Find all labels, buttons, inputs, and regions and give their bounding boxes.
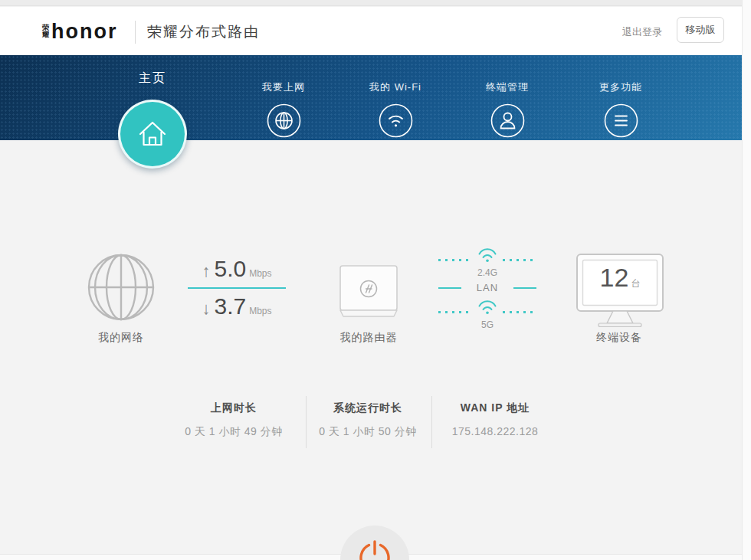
stat-system-uptime-value: 0 天 1 小时 50 分钟 <box>303 425 433 439</box>
network-globe-icon <box>87 253 156 322</box>
upload-arrow-icon: ↑ <box>202 261 210 281</box>
nav-item-home-label: 主页 <box>103 70 202 87</box>
stat-system-uptime: 系统运行时长 0 天 1 小时 50 分钟 <box>303 401 433 439</box>
page-title: 荣耀分布式路由 <box>147 22 260 42</box>
link-lan-line-left <box>438 287 461 289</box>
link-24g-label: 2.4G <box>464 267 510 278</box>
devices-label: 终端设备 <box>566 331 673 345</box>
stat-system-uptime-label: 系统运行时长 <box>303 401 433 415</box>
main-nav: 主页 我要上网 我的 Wi-Fi <box>0 55 751 140</box>
stat-online-duration: 上网时长 0 天 1 小时 49 分钟 <box>169 401 299 439</box>
menu-icon <box>604 103 638 138</box>
header-bar: 荣 耀 honor 荣耀分布式路由 退出登录 移动版 <box>0 7 751 55</box>
device-count-unit: 台 <box>631 278 640 289</box>
device-count: 12台 <box>577 263 663 293</box>
link-lan-label: LAN <box>464 282 510 293</box>
upload-value: 5.0 <box>214 256 246 282</box>
nav-item-internet-label: 我要上网 <box>234 80 333 94</box>
honor-logo-wordmark: honor <box>51 18 117 44</box>
nav-item-devices-label: 终端管理 <box>457 80 557 94</box>
link-24g-dots-left <box>438 259 473 261</box>
wifi-5g-icon <box>476 299 499 316</box>
link-24g-dots-right <box>503 259 537 261</box>
honor-logo: 荣 耀 honor <box>42 18 117 45</box>
download-arrow-icon: ↓ <box>202 299 210 319</box>
network-label: 我的网络 <box>67 331 175 345</box>
router-label: 我的路由器 <box>315 331 422 345</box>
logout-link[interactable]: 退出登录 <box>622 25 662 39</box>
link-5g-dots-left <box>438 311 473 313</box>
stat-online-duration-label: 上网时长 <box>169 401 299 415</box>
nav-item-internet[interactable]: 我要上网 <box>234 80 333 138</box>
nav-item-wifi[interactable]: 我的 Wi-Fi <box>346 80 445 138</box>
header-divider <box>135 21 136 44</box>
wifi-24g-icon <box>476 247 499 264</box>
device-count-number: 12 <box>600 263 629 292</box>
router-icon <box>338 264 399 319</box>
download-unit: Mbps <box>249 306 271 316</box>
stat-wan-ip-label: WAN IP 地址 <box>430 401 560 415</box>
upload-unit: Mbps <box>249 268 271 279</box>
power-button[interactable] <box>340 526 409 560</box>
nav-item-devices[interactable]: 终端管理 <box>457 80 557 138</box>
honor-logo-cn: 荣 耀 <box>42 25 49 38</box>
nav-item-more-label: 更多功能 <box>571 80 671 94</box>
link-5g-dots-right <box>503 311 537 313</box>
download-speed: ↓ 3.7 Mbps <box>188 293 286 321</box>
speed-divider <box>188 287 286 289</box>
router-home-page: 荣 耀 honor 荣耀分布式路由 退出登录 移动版 主页 我要上网 <box>0 0 751 560</box>
link-5g-label: 5G <box>464 319 510 330</box>
nav-home-active-button[interactable] <box>118 100 187 169</box>
home-icon <box>135 116 170 152</box>
user-icon <box>490 103 525 138</box>
stat-wan-ip-value: 175.148.222.128 <box>430 425 560 437</box>
stat-wan-ip: WAN IP 地址 175.148.222.128 <box>430 401 560 437</box>
nav-item-wifi-label: 我的 Wi-Fi <box>346 80 445 94</box>
upload-speed: ↑ 5.0 Mbps <box>188 256 286 283</box>
wifi-icon <box>379 103 413 138</box>
honor-logo-cn-bottom: 耀 <box>42 31 49 38</box>
power-icon <box>357 539 392 560</box>
scrollbar-track[interactable] <box>742 0 751 560</box>
window-top-strip <box>0 0 751 6</box>
link-lan-line-right <box>513 287 536 289</box>
speed-block: ↑ 5.0 Mbps ↓ 3.7 Mbps <box>188 256 286 321</box>
mobile-version-button[interactable]: 移动版 <box>677 17 724 43</box>
globe-icon <box>267 103 301 138</box>
nav-item-home[interactable]: 主页 <box>103 70 202 87</box>
nav-item-more[interactable]: 更多功能 <box>571 80 671 138</box>
stat-online-duration-value: 0 天 1 小时 49 分钟 <box>169 425 299 439</box>
download-value: 3.7 <box>214 293 246 319</box>
